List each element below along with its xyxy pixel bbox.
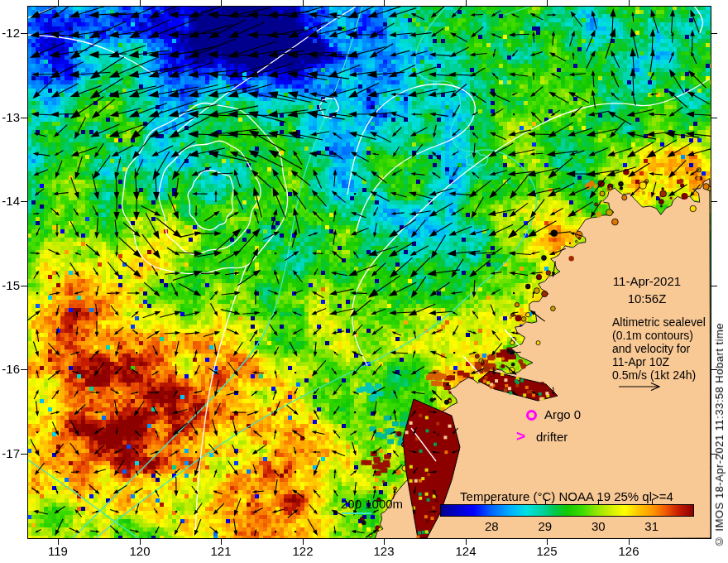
lat-tick-label: -17 <box>0 446 20 460</box>
colorbar-tick <box>491 499 492 504</box>
colorbar-tick-label: 30 <box>582 519 615 533</box>
map-date-label: 11-Apr-2021 <box>597 274 697 288</box>
info-line: (0.1m contours) <box>612 329 706 342</box>
drifter-label: drifter <box>536 430 568 444</box>
colorbar-tick-label: 31 <box>635 519 668 533</box>
argo-float-label: Argo 0 <box>544 407 581 421</box>
lat-tick-label: -14 <box>0 194 20 208</box>
info-line: Altimetric sealevel <box>612 315 706 329</box>
imos-credit-text: © IMOS 18-Apr-2021 11:33:58 Hobart time <box>713 323 726 547</box>
lon-tick-label: 124 <box>448 544 484 558</box>
lon-tick-label: 125 <box>529 544 565 558</box>
altimetry-info-block: Altimetric sealevel (0.1m contours) and … <box>612 315 706 382</box>
lon-tick-label: 121 <box>203 544 239 558</box>
argo-float-marker-icon <box>526 410 537 421</box>
ocean-current-map-figure: 11-Apr-2021 10:56Z Altimetric sealevel (… <box>0 0 728 563</box>
lon-tick-label: 123 <box>366 544 402 558</box>
lat-tick-label: -16 <box>0 362 20 376</box>
colorbar-tick-label: 29 <box>529 519 562 533</box>
lat-tick-label: -15 <box>0 278 20 292</box>
lon-tick-label: 122 <box>285 544 321 558</box>
lon-tick-label: 126 <box>611 544 647 558</box>
info-line: 0.5m/s (1kt 24h) <box>612 368 706 382</box>
lat-tick-label: -13 <box>0 110 20 124</box>
temperature-colorbar <box>440 504 694 517</box>
colorbar-tick-label: 28 <box>475 519 508 533</box>
map-time-label: 10:56Z <box>597 291 697 306</box>
colorbar-tick <box>598 499 599 504</box>
colorbar-tick <box>652 499 653 504</box>
info-line: 11-Apr 10Z <box>612 355 706 368</box>
isobath-legend-line <box>342 512 371 514</box>
colorbar-tick <box>545 499 546 504</box>
isobath-legend-label: 200 1000m <box>341 497 403 511</box>
drifter-marker-icon: > <box>516 431 525 442</box>
lon-tick-label: 120 <box>122 544 158 558</box>
lon-tick-label: 119 <box>40 544 76 558</box>
lat-tick-label: -12 <box>0 26 20 40</box>
info-line: and velocity for <box>612 342 706 355</box>
colorbar-title: Temperature (°C) NOAA 19 25% ql>=4 <box>442 489 692 503</box>
